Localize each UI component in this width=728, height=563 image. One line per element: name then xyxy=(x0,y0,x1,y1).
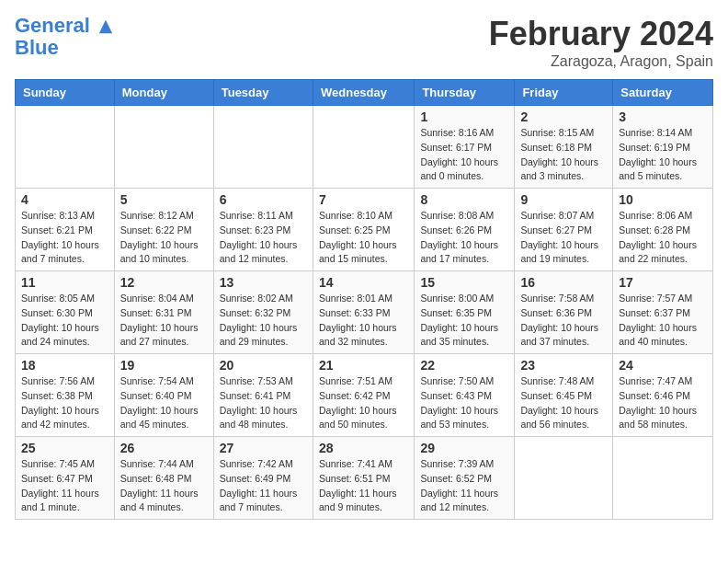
weekday-header-thursday: Thursday xyxy=(415,80,515,106)
day-cell: 1Sunrise: 8:16 AM Sunset: 6:17 PM Daylig… xyxy=(415,106,515,189)
day-number: 5 xyxy=(120,192,208,207)
day-number: 13 xyxy=(220,275,307,290)
day-cell: 5Sunrise: 8:12 AM Sunset: 6:22 PM Daylig… xyxy=(114,189,213,271)
day-info: Sunrise: 7:53 AM Sunset: 6:41 PM Dayligh… xyxy=(220,374,307,432)
logo-blue: Blue xyxy=(15,36,59,59)
day-info: Sunrise: 8:15 AM Sunset: 6:18 PM Dayligh… xyxy=(520,126,607,184)
day-info: Sunrise: 8:06 AM Sunset: 6:28 PM Dayligh… xyxy=(619,209,707,267)
day-cell: 21Sunrise: 7:51 AM Sunset: 6:42 PM Dayli… xyxy=(313,354,414,437)
day-info: Sunrise: 7:45 AM Sunset: 6:47 PM Dayligh… xyxy=(21,457,108,515)
day-cell: 22Sunrise: 7:50 AM Sunset: 6:43 PM Dayli… xyxy=(415,354,515,437)
day-cell: 24Sunrise: 7:47 AM Sunset: 6:46 PM Dayli… xyxy=(613,354,713,437)
weekday-header-sunday: Sunday xyxy=(16,80,115,106)
day-number: 26 xyxy=(120,441,208,455)
month-title: February 2024 xyxy=(489,15,713,53)
day-info: Sunrise: 8:13 AM Sunset: 6:21 PM Dayligh… xyxy=(21,209,108,267)
day-info: Sunrise: 8:05 AM Sunset: 6:30 PM Dayligh… xyxy=(21,292,108,350)
day-info: Sunrise: 7:56 AM Sunset: 6:38 PM Dayligh… xyxy=(21,374,108,432)
day-number: 4 xyxy=(21,192,108,207)
day-cell: 23Sunrise: 7:48 AM Sunset: 6:45 PM Dayli… xyxy=(515,354,613,437)
day-number: 18 xyxy=(21,358,108,373)
weekday-header-tuesday: Tuesday xyxy=(213,80,313,106)
day-info: Sunrise: 7:48 AM Sunset: 6:45 PM Dayligh… xyxy=(520,374,607,432)
day-cell: 19Sunrise: 7:54 AM Sunset: 6:40 PM Dayli… xyxy=(114,354,213,437)
day-cell: 25Sunrise: 7:45 AM Sunset: 6:47 PM Dayli… xyxy=(16,437,115,520)
day-info: Sunrise: 8:14 AM Sunset: 6:19 PM Dayligh… xyxy=(619,126,707,184)
day-number: 19 xyxy=(120,358,208,373)
day-cell: 20Sunrise: 7:53 AM Sunset: 6:41 PM Dayli… xyxy=(213,354,313,437)
weekday-header-row: SundayMondayTuesdayWednesdayThursdayFrid… xyxy=(16,80,713,106)
day-cell: 9Sunrise: 8:07 AM Sunset: 6:27 PM Daylig… xyxy=(515,189,613,271)
week-row-1: 1Sunrise: 8:16 AM Sunset: 6:17 PM Daylig… xyxy=(16,106,713,189)
day-number: 11 xyxy=(21,275,108,290)
day-cell: 18Sunrise: 7:56 AM Sunset: 6:38 PM Dayli… xyxy=(16,354,115,437)
day-info: Sunrise: 7:41 AM Sunset: 6:51 PM Dayligh… xyxy=(319,457,408,515)
day-number: 28 xyxy=(319,441,408,455)
day-number: 8 xyxy=(420,192,508,207)
day-number: 3 xyxy=(619,109,707,124)
day-cell: 3Sunrise: 8:14 AM Sunset: 6:19 PM Daylig… xyxy=(613,106,713,189)
week-row-4: 18Sunrise: 7:56 AM Sunset: 6:38 PM Dayli… xyxy=(16,354,713,437)
day-cell: 27Sunrise: 7:42 AM Sunset: 6:49 PM Dayli… xyxy=(213,437,313,520)
day-cell: 10Sunrise: 8:06 AM Sunset: 6:28 PM Dayli… xyxy=(613,189,713,271)
day-cell: 6Sunrise: 8:11 AM Sunset: 6:23 PM Daylig… xyxy=(213,189,313,271)
day-info: Sunrise: 7:39 AM Sunset: 6:52 PM Dayligh… xyxy=(420,457,508,515)
day-number: 16 xyxy=(520,275,607,290)
logo: General Blue xyxy=(15,15,114,59)
day-info: Sunrise: 7:57 AM Sunset: 6:37 PM Dayligh… xyxy=(619,292,707,350)
day-cell: 11Sunrise: 8:05 AM Sunset: 6:30 PM Dayli… xyxy=(16,271,115,354)
day-info: Sunrise: 8:00 AM Sunset: 6:35 PM Dayligh… xyxy=(420,292,508,350)
day-cell xyxy=(613,437,713,520)
day-info: Sunrise: 7:47 AM Sunset: 6:46 PM Dayligh… xyxy=(619,374,707,432)
day-info: Sunrise: 7:50 AM Sunset: 6:43 PM Dayligh… xyxy=(420,374,508,432)
day-info: Sunrise: 7:51 AM Sunset: 6:42 PM Dayligh… xyxy=(319,374,408,432)
day-info: Sunrise: 8:12 AM Sunset: 6:22 PM Dayligh… xyxy=(120,209,208,267)
day-info: Sunrise: 8:07 AM Sunset: 6:27 PM Dayligh… xyxy=(520,209,607,267)
day-number: 7 xyxy=(319,192,408,207)
day-number: 6 xyxy=(220,192,307,207)
day-number: 12 xyxy=(120,275,208,290)
day-cell: 15Sunrise: 8:00 AM Sunset: 6:35 PM Dayli… xyxy=(415,271,515,354)
day-cell: 26Sunrise: 7:44 AM Sunset: 6:48 PM Dayli… xyxy=(114,437,213,520)
day-number: 22 xyxy=(420,358,508,373)
calendar-table: SundayMondayTuesdayWednesdayThursdayFrid… xyxy=(15,79,713,520)
day-number: 1 xyxy=(420,109,508,124)
day-cell: 13Sunrise: 8:02 AM Sunset: 6:32 PM Dayli… xyxy=(213,271,313,354)
day-number: 25 xyxy=(21,441,108,455)
day-info: Sunrise: 8:08 AM Sunset: 6:26 PM Dayligh… xyxy=(420,209,508,267)
day-info: Sunrise: 7:58 AM Sunset: 6:36 PM Dayligh… xyxy=(520,292,607,350)
day-cell: 16Sunrise: 7:58 AM Sunset: 6:36 PM Dayli… xyxy=(515,271,613,354)
day-cell xyxy=(515,437,613,520)
day-info: Sunrise: 7:44 AM Sunset: 6:48 PM Dayligh… xyxy=(120,457,208,515)
title-block: February 2024 Zaragoza, Aragon, Spain xyxy=(489,15,713,70)
day-info: Sunrise: 8:10 AM Sunset: 6:25 PM Dayligh… xyxy=(319,209,408,267)
day-number: 27 xyxy=(220,441,307,455)
page-header: General Blue February 2024 Zaragoza, Ara… xyxy=(15,15,713,70)
weekday-header-friday: Friday xyxy=(515,80,613,106)
day-number: 24 xyxy=(619,358,707,373)
day-number: 14 xyxy=(319,275,408,290)
day-number: 21 xyxy=(319,358,408,373)
day-cell: 29Sunrise: 7:39 AM Sunset: 6:52 PM Dayli… xyxy=(415,437,515,520)
weekday-header-monday: Monday xyxy=(114,80,213,106)
day-number: 2 xyxy=(520,109,607,124)
day-cell: 8Sunrise: 8:08 AM Sunset: 6:26 PM Daylig… xyxy=(415,189,515,271)
day-info: Sunrise: 8:16 AM Sunset: 6:17 PM Dayligh… xyxy=(420,126,508,184)
logo-icon xyxy=(97,18,114,35)
day-cell: 7Sunrise: 8:10 AM Sunset: 6:25 PM Daylig… xyxy=(313,189,414,271)
day-info: Sunrise: 8:11 AM Sunset: 6:23 PM Dayligh… xyxy=(220,209,307,267)
week-row-5: 25Sunrise: 7:45 AM Sunset: 6:47 PM Dayli… xyxy=(16,437,713,520)
week-row-2: 4Sunrise: 8:13 AM Sunset: 6:21 PM Daylig… xyxy=(16,189,713,271)
svg-marker-0 xyxy=(99,20,112,33)
day-info: Sunrise: 8:04 AM Sunset: 6:31 PM Dayligh… xyxy=(120,292,208,350)
day-cell: 28Sunrise: 7:41 AM Sunset: 6:51 PM Dayli… xyxy=(313,437,414,520)
weekday-header-saturday: Saturday xyxy=(613,80,713,106)
day-number: 29 xyxy=(420,441,508,455)
day-cell: 12Sunrise: 8:04 AM Sunset: 6:31 PM Dayli… xyxy=(114,271,213,354)
day-cell xyxy=(313,106,414,189)
day-cell: 4Sunrise: 8:13 AM Sunset: 6:21 PM Daylig… xyxy=(16,189,115,271)
day-cell: 17Sunrise: 7:57 AM Sunset: 6:37 PM Dayli… xyxy=(613,271,713,354)
day-cell xyxy=(213,106,313,189)
day-number: 10 xyxy=(619,192,707,207)
day-cell: 14Sunrise: 8:01 AM Sunset: 6:33 PM Dayli… xyxy=(313,271,414,354)
